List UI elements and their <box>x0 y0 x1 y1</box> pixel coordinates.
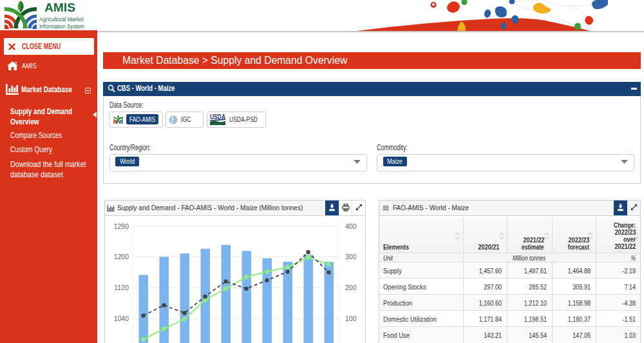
svg-text:1040: 1040 <box>114 315 129 322</box>
svg-text:300: 300 <box>345 253 357 260</box>
svg-text:200: 200 <box>345 284 357 291</box>
svg-text:AMIS: AMIS <box>44 1 75 14</box>
svg-text:1200: 1200 <box>114 253 129 260</box>
svg-text:100: 100 <box>345 315 357 322</box>
svg-text:Information System: Information System <box>39 23 84 30</box>
svg-text:Agricultural Market: Agricultural Market <box>39 15 84 23</box>
svg-text:400: 400 <box>345 222 357 230</box>
svg-text:1280: 1280 <box>114 222 129 230</box>
svg-text:1120: 1120 <box>114 284 129 291</box>
